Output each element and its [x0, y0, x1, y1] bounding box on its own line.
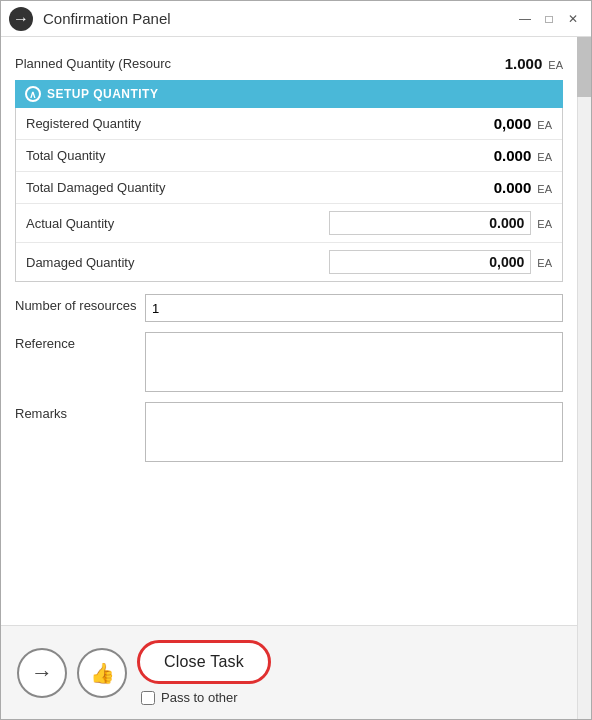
row-value-actual: EA	[329, 211, 552, 235]
table-row: Total Quantity 0.000 EA	[16, 140, 562, 172]
registered-qty-number: 0,000	[494, 115, 532, 132]
planned-quantity-unit: EA	[548, 59, 563, 71]
title-bar-controls: — □ ✕	[515, 9, 583, 29]
form-section: Number of resources Reference Remarks	[15, 294, 563, 462]
footer-right: Close Task Pass to other	[137, 640, 271, 705]
window-title: Confirmation Panel	[43, 10, 171, 27]
remarks-label: Remarks	[15, 402, 145, 421]
content-area: Planned Quantity (Resourc 1.000 EA ∧ SET…	[1, 37, 591, 625]
title-bar-left: → Confirmation Panel	[9, 7, 171, 31]
thumbs-button[interactable]: 👍	[77, 648, 127, 698]
total-damaged-qty-number: 0.000	[494, 179, 532, 196]
registered-qty-unit: EA	[537, 119, 552, 131]
row-value-total: 0.000 EA	[452, 147, 552, 164]
quantity-table: Registered Quantity 0,000 EA Total Quant…	[15, 108, 563, 282]
thumbs-icon: 👍	[90, 661, 115, 685]
total-qty-unit: EA	[537, 151, 552, 163]
row-label-actual: Actual Quantity	[26, 216, 329, 231]
damaged-qty-input-wrapper	[329, 250, 531, 274]
row-label-damaged: Damaged Quantity	[26, 255, 329, 270]
arrow-icon: →	[31, 660, 53, 686]
row-value-total-damaged: 0.000 EA	[452, 179, 552, 196]
total-qty-number: 0.000	[494, 147, 532, 164]
arrow-button[interactable]: →	[17, 648, 67, 698]
row-label-total: Total Quantity	[26, 148, 452, 163]
reference-textarea[interactable]	[145, 332, 563, 392]
number-of-resources-input[interactable]	[145, 294, 563, 322]
planned-quantity-number: 1.000	[505, 55, 543, 72]
planned-quantity-value: 1.000 EA	[505, 55, 563, 72]
total-damaged-qty-unit: EA	[537, 183, 552, 195]
row-value-registered: 0,000 EA	[452, 115, 552, 132]
number-of-resources-label: Number of resources	[15, 294, 145, 313]
row-label-registered: Registered Quantity	[26, 116, 452, 131]
section-collapse-icon[interactable]: ∧	[25, 86, 41, 102]
minimize-button[interactable]: —	[515, 9, 535, 29]
damaged-qty-unit: EA	[537, 257, 552, 269]
pass-to-other-row: Pass to other	[141, 690, 238, 705]
table-row: Total Damaged Quantity 0.000 EA	[16, 172, 562, 204]
remarks-textarea[interactable]	[145, 402, 563, 462]
damaged-qty-input[interactable]	[336, 254, 524, 270]
row-label-total-damaged: Total Damaged Quantity	[26, 180, 452, 195]
table-row: Damaged Quantity EA	[16, 243, 562, 281]
pass-to-other-label: Pass to other	[161, 690, 238, 705]
window: → Confirmation Panel — □ ✕ Planned Quant…	[0, 0, 592, 720]
actual-qty-unit: EA	[537, 218, 552, 230]
close-button[interactable]: ✕	[563, 9, 583, 29]
window-icon: →	[9, 7, 33, 31]
row-value-damaged: EA	[329, 250, 552, 274]
table-row: Actual Quantity EA	[16, 204, 562, 243]
setup-quantity-header: ∧ SETUP QUANTITY	[15, 80, 563, 108]
footer: → 👍 Close Task Pass to other	[1, 625, 591, 719]
scrollbar-track[interactable]	[577, 37, 591, 719]
table-row: Registered Quantity 0,000 EA	[16, 108, 562, 140]
title-bar: → Confirmation Panel — □ ✕	[1, 1, 591, 37]
reference-row: Reference	[15, 332, 563, 392]
remarks-row: Remarks	[15, 402, 563, 462]
scrollbar-thumb[interactable]	[577, 37, 591, 97]
number-of-resources-row: Number of resources	[15, 294, 563, 322]
reference-label: Reference	[15, 332, 145, 351]
planned-quantity-row: Planned Quantity (Resourc 1.000 EA	[15, 47, 563, 80]
section-header-label: SETUP QUANTITY	[47, 87, 158, 101]
planned-quantity-label: Planned Quantity (Resourc	[15, 56, 171, 71]
actual-qty-input[interactable]	[336, 215, 524, 231]
actual-qty-input-wrapper	[329, 211, 531, 235]
pass-to-other-checkbox[interactable]	[141, 691, 155, 705]
maximize-button[interactable]: □	[539, 9, 559, 29]
close-task-button[interactable]: Close Task	[137, 640, 271, 684]
